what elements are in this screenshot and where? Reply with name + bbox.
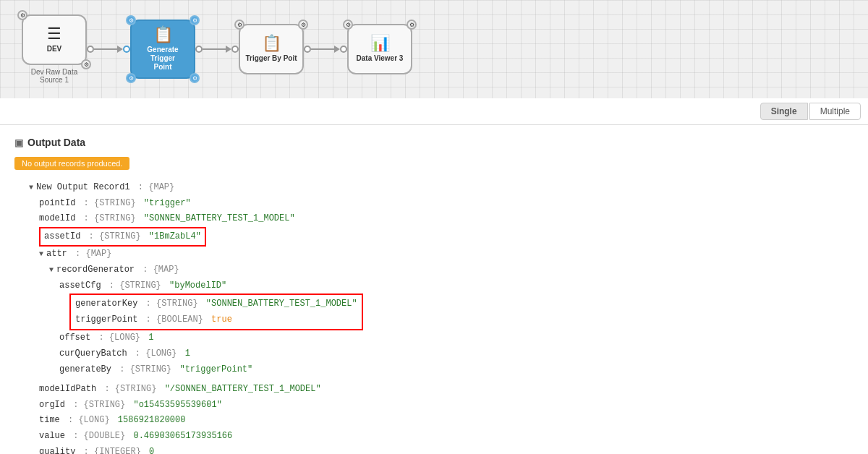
recordgenerator-type: : {MAP}	[137, 262, 179, 278]
generateby-value: "triggerPoint"	[179, 362, 252, 378]
node-box-dev[interactable]: ⚙ ⚙ ☰ DEV	[22, 14, 87, 65]
data-viewer-icon: 📊	[370, 35, 390, 51]
output-section-title: ▣ Output Data	[14, 137, 854, 148]
tree-offset: offset : {LONG} 1	[59, 330, 854, 346]
assetid-value: "1BmZabL4"	[149, 229, 201, 245]
node-box-trigger-by-point[interactable]: ⚙ ⚙ 📋 Trigger By Poit	[239, 24, 304, 74]
handle-tl-2: ⚙	[126, 15, 136, 25]
tree-orgid: orgId : {STRING} "o15453595539601"	[39, 398, 854, 414]
node-generate-trigger[interactable]: ⚙ ⚙ ⚙ ⚙ 📋 Generate TriggerPoint	[130, 20, 195, 79]
pipeline-canvas: ⚙ ⚙ ☰ DEV Dev Raw DataSource 1 ⚙ ⚙ ⚙ ⚙ 📋…	[0, 0, 868, 98]
node-dev[interactable]: ⚙ ⚙ ☰ DEV Dev Raw DataSource 1	[22, 14, 87, 84]
toggle-recordgenerator[interactable]: ▼	[49, 264, 54, 277]
tree-quality: quality : {INTEGER} 0	[39, 445, 854, 455]
connector-line-3	[311, 48, 334, 50]
connector-dot-end	[123, 46, 130, 53]
handle-tr-2: ⚙	[190, 15, 200, 25]
generateby-type: : {STRING}	[114, 362, 176, 378]
recordgenerator-key: recordGenerator	[56, 262, 135, 278]
quality-value: 0	[149, 445, 154, 455]
offset-key: offset	[59, 330, 90, 346]
orgid-type: : {STRING}	[68, 398, 130, 414]
tree-assetid: assetId : {STRING} "1BmZabL4"	[39, 227, 854, 247]
warning-badge: No output records produced.	[14, 157, 854, 180]
tree-recordgenerator[interactable]: ▼ recordGenerator : {MAP}	[49, 262, 854, 278]
output-icon: ▣	[14, 137, 23, 148]
handle-br-2: ⚙	[190, 73, 200, 83]
tree-time: time : {LONG} 1586921820000	[39, 413, 854, 429]
trigger-by-poit-label: Trigger By Poit	[245, 54, 297, 63]
time-type: : {LONG}	[63, 413, 115, 429]
assetcfg-type: : {STRING}	[104, 278, 166, 294]
dev-label: DEV	[47, 45, 62, 53]
generate-trigger-label: Generate TriggerPoint	[136, 46, 190, 72]
node-box-generate-trigger[interactable]: ⚙ ⚙ ⚙ ⚙ 📋 Generate TriggerPoint	[130, 20, 195, 79]
curquerybatch-value: 1	[185, 346, 190, 362]
tree-value: value : {DOUBLE} 0.46903065173935166	[39, 429, 854, 445]
modelid-type: : {STRING}	[78, 211, 140, 227]
modelid-value: "SONNEN_BATTERY_TEST_1_MODEL"	[144, 211, 295, 227]
value-value: 0.46903065173935166	[133, 429, 232, 445]
offset-value: 1	[148, 330, 153, 346]
multiple-tab[interactable]: Multiple	[809, 103, 861, 120]
curquerybatch-type: : {LONG}	[130, 346, 182, 362]
toggle-attr[interactable]: ▼	[39, 248, 43, 261]
single-tab[interactable]: Single	[760, 103, 808, 120]
tree-generateby: generateBy : {STRING} "triggerPoint"	[59, 362, 854, 378]
connector-dot-end-2	[231, 46, 239, 53]
orgid-key: orgId	[39, 398, 65, 414]
tree-root[interactable]: ▼ New Output Record1 : {MAP}	[29, 180, 854, 196]
tree-triggerpoint: triggerPoint : {BOOLEAN} true	[75, 312, 357, 328]
modelidpath-key: modelIdPath	[39, 382, 96, 398]
connector-dot	[87, 46, 94, 53]
time-value: 1586921820000	[118, 413, 186, 429]
highlight-block: generatorKey : {STRING} "SONNEN_BATTERY_…	[69, 294, 363, 330]
assetid-type: : {STRING}	[83, 229, 145, 245]
data-viewer-label: Data Viewer 3	[357, 54, 404, 63]
root-key: New Output Record1	[36, 180, 130, 196]
connector-line	[94, 48, 117, 50]
connector-2	[195, 46, 239, 53]
connector-3	[304, 46, 347, 53]
trigger-by-poit-icon: 📋	[262, 35, 281, 51]
time-key: time	[39, 413, 60, 429]
quality-type: : {INTEGER}	[78, 445, 146, 455]
offset-type: : {LONG}	[93, 330, 145, 346]
tree-assetcfg: assetCfg : {STRING} "byModelID"	[59, 278, 854, 294]
generate-trigger-icon: 📋	[153, 27, 173, 43]
assetcfg-value: "byModelID"	[169, 278, 226, 294]
attr-key: attr	[46, 247, 67, 262]
modelidpath-type: : {STRING}	[99, 382, 161, 398]
tree-curquerybatch: curQueryBatch : {LONG} 1	[59, 346, 854, 362]
orgid-value: "o15453595539601"	[133, 398, 221, 414]
generateby-key: generateBy	[59, 362, 111, 378]
handle-bl-2: ⚙	[126, 73, 136, 83]
node-trigger-by-point[interactable]: ⚙ ⚙ 📋 Trigger By Poit	[239, 24, 304, 74]
handle-tl-4: ⚙	[343, 20, 353, 30]
tree-modelid: modelId : {STRING} "SONNEN_BATTERY_TEST_…	[39, 211, 854, 227]
root-type: : {MAP}	[133, 180, 175, 196]
connector-1	[87, 46, 130, 53]
connector-dot-2	[195, 46, 203, 53]
tree-attr[interactable]: ▼ attr : {MAP}	[39, 247, 854, 262]
quality-key: quality	[39, 445, 75, 455]
node-box-data-viewer[interactable]: ⚙ ⚙ 📊 Data Viewer 3	[347, 24, 412, 74]
pointid-key: pointId	[39, 196, 75, 212]
assetcfg-key: assetCfg	[59, 278, 101, 294]
triggerpoint-type: : {BOOLEAN}	[140, 312, 208, 328]
output-title-text: Output Data	[27, 137, 85, 148]
connector-arrow-2	[226, 46, 231, 53]
toggle-root[interactable]: ▼	[29, 181, 33, 194]
warning-badge-text: No output records produced.	[14, 157, 129, 170]
connector-arrow	[117, 46, 123, 53]
node-data-viewer[interactable]: ⚙ ⚙ 📊 Data Viewer 3	[347, 24, 412, 74]
attr-type: : {MAP}	[70, 247, 112, 262]
toolbar: Single Multiple	[0, 98, 868, 125]
handle-tr-3: ⚙	[298, 20, 308, 30]
connector-dot-end-3	[340, 46, 347, 53]
curquerybatch-key: curQueryBatch	[59, 346, 127, 362]
triggerpoint-value: true	[211, 312, 232, 328]
modelidpath-value: "/SONNEN_BATTERY_TEST_1_MODEL"	[165, 382, 321, 398]
connector-dot-3	[304, 46, 311, 53]
pipeline-nodes: ⚙ ⚙ ☰ DEV Dev Raw DataSource 1 ⚙ ⚙ ⚙ ⚙ 📋…	[22, 14, 412, 84]
